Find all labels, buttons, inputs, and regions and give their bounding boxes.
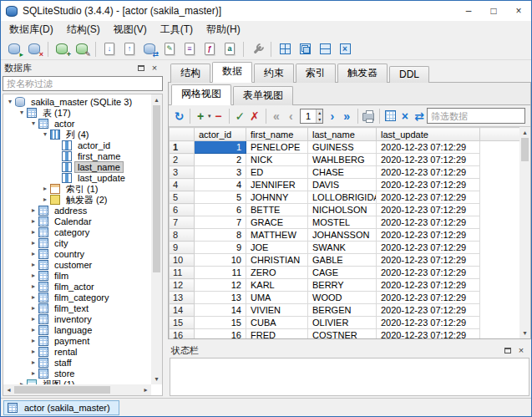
column-header-first_name[interactable]: first_name <box>246 128 308 141</box>
scroll-left-icon[interactable]: ◂ <box>3 384 14 395</box>
tree-item-last_name[interactable]: last_name <box>3 161 151 172</box>
float-panel-button[interactable] <box>134 62 148 74</box>
tree-item-address[interactable]: ▸address <box>3 205 151 216</box>
adjust-column-widths-icon[interactable]: ⇄ <box>413 107 427 125</box>
export-data-icon[interactable]: ↑ <box>119 40 139 58</box>
expand-icon[interactable]: ▸ <box>28 315 38 323</box>
cell[interactable]: 13 <box>195 292 246 304</box>
cell[interactable]: KARL <box>246 279 308 292</box>
cell[interactable]: 5 <box>195 191 246 204</box>
tree-item-actor[interactable]: ▾actor <box>3 118 151 129</box>
convert-database-icon[interactable]: ⇄ <box>139 40 160 58</box>
tile-windows-icon[interactable] <box>275 40 295 58</box>
tree-filter-input[interactable] <box>3 76 163 91</box>
row-number[interactable]: 15 <box>170 317 195 329</box>
cell[interactable]: WAHLBERG <box>308 154 377 166</box>
open-function-editor-icon[interactable]: ƒ <box>200 40 220 58</box>
row-number[interactable]: 3 <box>170 166 195 179</box>
tile-windows-horizontally-icon[interactable] <box>315 40 335 58</box>
expand-icon[interactable]: ▸ <box>28 272 38 279</box>
connect-database-icon[interactable]: ▸ <box>4 40 24 58</box>
tree-item-触发器 (2)[interactable]: ▸触发器 (2) <box>3 194 151 205</box>
expand-icon[interactable]: ▸ <box>28 326 38 333</box>
row-number[interactable]: 13 <box>170 292 195 304</box>
import-data-icon[interactable]: ↓ <box>99 40 119 58</box>
close-button[interactable]: × <box>506 1 531 21</box>
cascade-windows-icon[interactable] <box>295 40 315 58</box>
cell[interactable]: LOLLOBRIGIDA <box>308 191 377 204</box>
cell[interactable]: ED <box>246 166 308 179</box>
clear-filter-icon[interactable]: × <box>398 107 412 125</box>
add-database-icon[interactable]: + <box>52 40 72 58</box>
tree-item-actor_id[interactable]: actor_id <box>3 140 151 150</box>
scroll-up-icon[interactable]: ▴ <box>151 94 162 105</box>
expand-icon[interactable]: ▸ <box>40 196 50 203</box>
cell[interactable]: JOE <box>246 242 308 254</box>
expand-icon[interactable]: ▸ <box>28 239 38 247</box>
edit-database-icon[interactable]: ✎ <box>72 40 92 58</box>
cell[interactable]: 2020-12-23 07:12:29 <box>377 191 480 204</box>
expand-icon[interactable]: ▸ <box>28 348 38 355</box>
tree-item-sakila_master (SQLite 3)[interactable]: ▾sakila_master (SQLite 3) <box>3 96 151 107</box>
row-number[interactable]: 7 <box>170 216 195 229</box>
expand-icon[interactable]: ▸ <box>28 217 38 225</box>
cell[interactable]: 2020-12-23 07:12:29 <box>377 279 480 292</box>
open-ddl-history-icon[interactable]: ≡ <box>180 40 200 58</box>
cell[interactable]: 10 <box>195 254 246 267</box>
tree-horizontal-scrollbar[interactable]: ◂ ▸ <box>3 384 151 395</box>
previous-row-icon[interactable]: ‹ <box>284 107 298 125</box>
refresh-data-icon[interactable]: ↻ <box>172 107 186 125</box>
cell[interactable]: NICK <box>246 154 308 166</box>
expand-icon[interactable]: ▸ <box>28 261 38 268</box>
first-row-icon[interactable]: « <box>269 107 283 125</box>
row-number[interactable]: 6 <box>170 204 195 216</box>
cell[interactable]: 6 <box>195 204 246 216</box>
expand-icon[interactable]: ▸ <box>28 228 38 236</box>
taskbar-item-actor[interactable]: actor (sakila_master) <box>3 400 119 415</box>
cell[interactable]: 2020-12-23 07:12:29 <box>377 254 480 267</box>
rollback-changes-icon[interactable]: ✗ <box>247 107 261 125</box>
column-header-actor_id[interactable]: actor_id <box>195 128 246 141</box>
collapse-icon[interactable]: ▾ <box>28 120 38 127</box>
open-sql-editor-icon[interactable]: ✎ <box>160 40 180 58</box>
cell[interactable]: GUINESS <box>308 141 377 154</box>
menu-item-视图(V)[interactable]: 视图(V) <box>107 21 154 38</box>
scroll-down-icon[interactable]: ▾ <box>519 328 530 338</box>
insert-row-icon[interactable]: +▾ <box>194 107 211 125</box>
spin-up-icon[interactable]: ▴ <box>317 109 322 116</box>
tab-索引[interactable]: 索引 <box>296 64 336 83</box>
collapse-icon[interactable]: ▾ <box>17 109 27 116</box>
next-row-icon[interactable]: › <box>325 107 339 125</box>
cell[interactable]: UMA <box>246 292 308 304</box>
scrollbar-thumb[interactable] <box>153 105 160 272</box>
scroll-up-icon[interactable]: ▴ <box>519 127 530 138</box>
tab-数据[interactable]: 数据 <box>212 62 252 83</box>
tab-DDL[interactable]: DDL <box>389 66 429 83</box>
cell[interactable]: BETTE <box>246 204 308 216</box>
tree-item-视图 (1)[interactable]: ▸视图 (1) <box>3 379 151 384</box>
last-row-icon[interactable]: » <box>340 107 354 125</box>
tree-item-索引 (1)[interactable]: ▸索引 (1) <box>3 183 151 194</box>
tree-item-store[interactable]: ▸store <box>3 368 151 379</box>
tree-item-Calendar[interactable]: ▸Calendar <box>3 216 151 226</box>
cell[interactable]: VIVIEN <box>246 304 308 317</box>
close-panel-button[interactable]: × <box>148 62 161 74</box>
tree-item-film_actor[interactable]: ▸film_actor <box>3 281 151 292</box>
row-number[interactable]: 8 <box>170 229 195 242</box>
cell[interactable]: 2020-12-23 07:12:29 <box>377 141 480 154</box>
expand-icon[interactable]: ▸ <box>28 304 38 312</box>
cell[interactable]: 2020-12-23 07:12:29 <box>377 229 480 242</box>
cell[interactable]: OLIVIER <box>308 317 377 329</box>
cell[interactable]: COSTNER <box>308 329 377 339</box>
cell[interactable]: 2020-12-23 07:12:29 <box>377 166 480 179</box>
cell[interactable]: CAGE <box>308 267 377 279</box>
tree-item-first_name[interactable]: first_name <box>3 150 151 161</box>
expand-icon[interactable]: ▸ <box>28 359 38 366</box>
tree-item-表 (17)[interactable]: ▾表 (17) <box>3 107 151 118</box>
cell[interactable]: 16 <box>195 329 246 339</box>
cell[interactable]: 14 <box>195 304 246 317</box>
cell[interactable]: 1 <box>195 141 246 154</box>
cell[interactable]: 3 <box>195 166 246 179</box>
cell[interactable]: 2020-12-23 07:12:29 <box>377 242 480 254</box>
menu-item-数据库(D)[interactable]: 数据库(D) <box>3 21 60 38</box>
